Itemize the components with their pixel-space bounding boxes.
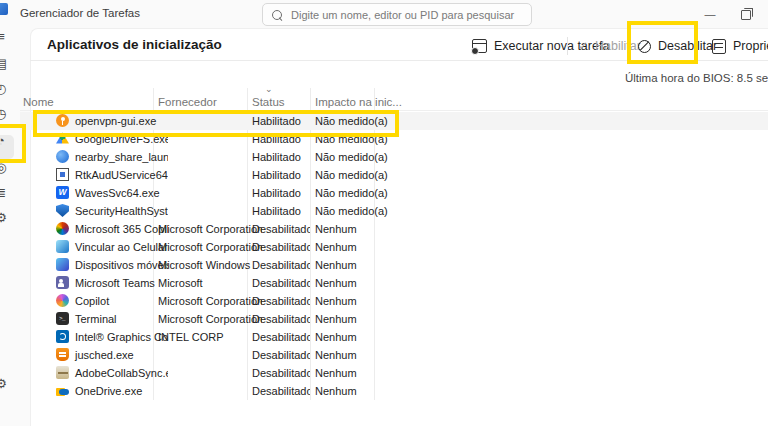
adobe-icon <box>56 366 69 379</box>
sidebar-item-services[interactable]: ⚙ <box>0 210 10 226</box>
app-name: OneDrive.exe <box>75 385 142 397</box>
sidebar-item-startup-apps[interactable]: ◔ <box>0 133 10 149</box>
publisher-cell: Microsoft Corporation <box>158 223 262 235</box>
table-row[interactable]: openvpn-gui.exeHabilitadoNão medido(a) <box>20 112 768 130</box>
phonelink-icon <box>56 240 69 253</box>
sidebar-item-performance[interactable]: ◴ <box>0 81 10 97</box>
sidebar-item-users[interactable]: ◎ <box>0 160 10 176</box>
table-row[interactable]: WavesSvc64.exeHabilitadoNão medido(a) <box>20 184 768 202</box>
app-name-cell: SecurityHealthSystray.exe <box>56 204 168 217</box>
column-header-name[interactable]: Nome <box>23 96 54 108</box>
window-title: Gerenciador de Tarefas <box>20 7 140 19</box>
table-row[interactable]: OneDrive.exeDesabilitadoNenhum <box>20 382 768 400</box>
impact-cell: Não medido(a) <box>315 115 391 127</box>
table-row[interactable]: AdobeCollabSync.exeDesabilitadoNenhum <box>20 364 768 382</box>
app-name-cell: AdobeCollabSync.exe <box>56 366 168 379</box>
status-cell: Habilitado <box>252 151 310 163</box>
publisher-cell: Microsoft Corporation <box>158 313 262 325</box>
teams-icon <box>56 276 69 289</box>
impact-cell: Nenhum <box>315 331 391 343</box>
toolbar-divider <box>30 60 768 61</box>
task-manager-logo-icon <box>0 3 8 15</box>
status-cell: Habilitado <box>252 169 310 181</box>
app-name-cell: Microsoft Teams <box>56 276 168 289</box>
table-row[interactable]: Dispositivos móveisMicrosoft WindowsDesa… <box>20 256 768 274</box>
column-header-publisher[interactable]: Fornecedor <box>158 96 217 108</box>
impact-cell: Nenhum <box>315 313 391 325</box>
impact-cell: Não medido(a) <box>315 187 391 199</box>
app-name: RtkAudUService64.exe <box>75 169 168 181</box>
m365copilot-icon <box>56 222 69 235</box>
app-name-cell: WavesSvc64.exe <box>56 186 168 199</box>
restore-button[interactable] <box>741 10 751 20</box>
search-icon <box>272 10 282 20</box>
status-cell: Habilitado <box>252 133 310 145</box>
app-name-cell: openvpn-gui.exe <box>56 114 168 127</box>
gdrive-icon <box>56 132 69 145</box>
openvpn-icon <box>56 114 69 127</box>
publisher-cell: Microsoft Corporation <box>158 295 262 307</box>
status-cell: Desabilitado <box>252 241 310 253</box>
table-row[interactable]: Microsoft 365 CopilotMicrosoft Corporati… <box>20 220 768 238</box>
status-cell: Desabilitado <box>252 277 310 289</box>
mobdevices-icon <box>56 258 69 271</box>
minimize-button[interactable]: — <box>695 8 725 22</box>
onedrive-icon <box>56 384 69 397</box>
table-row[interactable]: Microsoft TeamsMicrosoftDesabilitadoNenh… <box>20 274 768 292</box>
table-row[interactable]: SecurityHealthSystray.exeHabilitadoNão m… <box>20 202 768 220</box>
column-header-status[interactable]: Status <box>252 96 285 108</box>
publisher-cell: Microsoft Windows <box>158 259 262 271</box>
table-row[interactable]: CopilotMicrosoft CorporationDesabilitado… <box>20 292 768 310</box>
nearby-icon <box>56 150 69 163</box>
impact-cell: Nenhum <box>315 367 391 379</box>
checkmark-icon: ✓ <box>578 39 588 53</box>
sechealth-icon <box>56 204 69 217</box>
disable-button[interactable]: Desabilitar <box>638 36 717 56</box>
intel-icon <box>56 330 69 343</box>
status-cell: Habilitado <box>252 115 310 127</box>
enable-button[interactable]: ✓ Habilitar <box>578 36 641 56</box>
page-title: Aplicativos de inicialização <box>47 37 222 52</box>
sidebar-item-app-history[interactable]: ◷ <box>0 106 10 122</box>
app-name-cell: OneDrive.exe <box>56 384 168 397</box>
column-header-impact[interactable]: Impacto na inic... <box>315 96 402 108</box>
search-input[interactable]: Digite um nome, editor ou PID para pesqu… <box>262 3 532 26</box>
table-row[interactable]: Intel® Graphics Command...INTEL CORPDesa… <box>20 328 768 346</box>
sidebar-item-details[interactable]: ≣ <box>0 185 10 201</box>
sidebar-item-settings[interactable]: ⚙ <box>0 376 10 392</box>
app-name-cell: Vincular ao Celular <box>56 240 168 253</box>
app-name: Copilot <box>75 295 109 307</box>
header-underline <box>20 110 768 111</box>
table-row[interactable]: TerminalMicrosoft CorporationDesabilitad… <box>20 310 768 328</box>
table-row[interactable]: RtkAudUService64.exeHabilitadoNão medido… <box>20 166 768 184</box>
table-row[interactable]: jusched.exeDesabilitadoNenhum <box>20 346 768 364</box>
impact-cell: Nenhum <box>315 295 391 307</box>
status-cell: Desabilitado <box>252 259 310 271</box>
app-name: jusched.exe <box>75 349 134 361</box>
impact-cell: Não medido(a) <box>315 205 391 217</box>
impact-cell: Nenhum <box>315 223 391 235</box>
bios-time-label: Última hora do BIOS: 8.5 seg <box>625 72 768 84</box>
block-icon <box>638 40 651 53</box>
table-row[interactable]: nearby_share_launcher.exeHabilitadoNão m… <box>20 148 768 166</box>
status-cell: Desabilitado <box>252 367 310 379</box>
app-name-cell: GoogleDriveFS.exe <box>56 132 168 145</box>
impact-cell: Nenhum <box>315 277 391 289</box>
impact-cell: Nenhum <box>315 349 391 361</box>
app-name: GoogleDriveFS.exe <box>75 133 168 145</box>
title-bar: Gerenciador de Tarefas Digite um nome, e… <box>0 0 768 28</box>
table-row[interactable]: Vincular ao CelularMicrosoft Corporation… <box>20 238 768 256</box>
table-row[interactable]: GoogleDriveFS.exeHabilitadoNão medido(a) <box>20 130 768 148</box>
sidebar-item-menu-icon[interactable]: ≡ <box>0 29 10 45</box>
publisher-cell: Microsoft Corporation <box>158 241 262 253</box>
toolbar-separator <box>567 37 568 55</box>
status-cell: Habilitado <box>252 187 310 199</box>
sidebar-item-processes[interactable]: ▤ <box>0 56 10 72</box>
app-name: openvpn-gui.exe <box>75 115 156 127</box>
status-cell: Habilitado <box>252 205 310 217</box>
app-name: Microsoft 365 Copilot <box>75 223 168 235</box>
app-name-cell: jusched.exe <box>56 348 168 361</box>
copilot-icon <box>56 294 69 307</box>
properties-icon <box>712 39 726 54</box>
properties-button[interactable]: Propriedades <box>712 36 768 56</box>
